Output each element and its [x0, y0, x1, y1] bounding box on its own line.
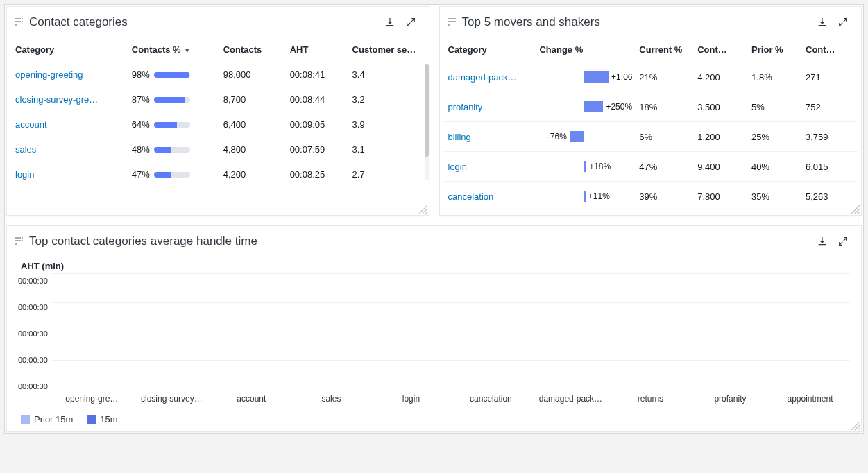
category-link[interactable]: opening-greeting — [10, 62, 126, 87]
table-row: profanity +250% 18% 3,500 5% 752 — [443, 92, 859, 122]
category-link[interactable]: login — [10, 162, 126, 187]
change-pct-cell: +1,067% — [534, 62, 633, 92]
drag-handle-icon[interactable] — [15, 237, 24, 246]
download-button[interactable] — [814, 233, 831, 250]
sentiment-cell: 3.2 — [347, 87, 426, 112]
panel-header: Top 5 movers and shakers — [440, 7, 862, 33]
vertical-scrollbar[interactable] — [425, 64, 429, 180]
table-row: cancelation +11% 39% 7,800 35% 5,263 — [443, 182, 859, 212]
chart-category-label: closing-survey… — [132, 394, 212, 404]
category-link[interactable]: damaged-pack… — [443, 62, 534, 92]
legend-current: 15m — [87, 414, 117, 424]
panel-title: Contact categories — [29, 15, 377, 29]
expand-button[interactable] — [835, 14, 851, 31]
current-pct-cell: 39% — [633, 182, 692, 212]
table-row: account 64% 6,400 00:09:05 3.9 — [10, 112, 426, 137]
chart-category-label: profanity — [690, 394, 770, 404]
expand-button[interactable] — [835, 233, 851, 250]
col-prior-contacts[interactable]: Cont… — [800, 33, 858, 62]
sort-desc-icon: ▼ — [184, 46, 191, 54]
current-contacts-cell: 7,800 — [692, 182, 746, 212]
legend-swatch-current — [87, 415, 96, 424]
panel-contact-categories: Contact categories Category Contacts %▼ … — [6, 6, 429, 216]
prior-pct-cell: 25% — [746, 122, 800, 152]
category-link[interactable]: account — [10, 112, 126, 137]
expand-button[interactable] — [402, 14, 419, 31]
y-tick: 00:00:00 — [18, 382, 48, 390]
dashboard: Contact categories Category Contacts %▼ … — [4, 4, 864, 434]
chart-area: AHT (min) 00:00:0000:00:0000:00:0000:00:… — [7, 252, 861, 431]
prior-pct-cell: 1.8% — [746, 62, 800, 92]
col-category[interactable]: Category — [10, 33, 126, 62]
col-aht[interactable]: AHT — [284, 33, 347, 62]
prior-pct-cell: 5% — [746, 92, 800, 122]
panel-movers-shakers: Top 5 movers and shakers Category Change… — [439, 6, 862, 216]
y-tick: 00:00:00 — [18, 329, 48, 338]
movers-table: Category Change % Current % Cont… Prior … — [443, 33, 859, 211]
category-link[interactable]: cancelation — [443, 182, 534, 212]
chart-category-label: damaged-pack… — [531, 394, 611, 404]
category-link[interactable]: profanity — [443, 92, 534, 122]
chart-category-label: returns — [611, 394, 690, 404]
current-contacts-cell: 9,400 — [692, 152, 746, 182]
category-link[interactable]: closing-survey-gre… — [10, 87, 126, 112]
col-change-pct[interactable]: Change % — [534, 33, 633, 62]
y-tick: 00:00:00 — [18, 277, 48, 285]
table-row: billing -76% 6% 1,200 25% 3,759 — [443, 122, 859, 152]
current-pct-cell: 21% — [633, 62, 692, 92]
col-sentiment[interactable]: Customer sent… — [347, 33, 426, 62]
prior-pct-cell: 40% — [746, 152, 800, 182]
drag-handle-icon[interactable] — [15, 18, 24, 26]
current-pct-cell: 47% — [633, 152, 692, 182]
download-button[interactable] — [814, 14, 831, 31]
aht-cell: 00:07:59 — [284, 137, 347, 162]
col-contacts[interactable]: Contacts — [218, 33, 284, 62]
change-pct-cell: +250% — [534, 92, 633, 122]
categories-table-wrap: Category Contacts %▼ Contacts AHT Custom… — [7, 33, 429, 191]
y-tick: 00:00:00 — [18, 303, 48, 311]
table-row: damaged-pack… +1,067% 21% 4,200 1.8% 271 — [443, 62, 859, 92]
aht-cell: 00:08:44 — [284, 87, 347, 112]
legend-swatch-prior — [21, 415, 30, 424]
prior-contacts-cell: 5,263 — [800, 182, 858, 212]
col-current-pct[interactable]: Current % — [633, 33, 692, 62]
aht-cell: 00:09:05 — [284, 112, 347, 137]
contacts-pct-cell: 64% — [126, 112, 218, 137]
resize-handle-icon[interactable] — [851, 422, 860, 430]
current-contacts-cell: 1,200 — [692, 122, 746, 152]
current-contacts-cell: 4,200 — [692, 62, 746, 92]
category-link[interactable]: login — [443, 152, 534, 182]
col-contacts-pct[interactable]: Contacts %▼ — [126, 33, 218, 62]
resize-handle-icon[interactable] — [851, 205, 860, 214]
chart-category-label: sales — [291, 394, 371, 404]
aht-cell: 00:08:25 — [284, 162, 347, 187]
y-axis-label: AHT (min) — [21, 261, 850, 271]
chart-category-label: appointment — [770, 394, 850, 404]
chart-category-label: opening-gre… — [52, 394, 132, 404]
col-category[interactable]: Category — [443, 33, 534, 62]
resize-handle-icon[interactable] — [419, 205, 427, 214]
prior-contacts-cell: 752 — [800, 92, 858, 122]
table-row: sales 48% 4,800 00:07:59 3.1 — [10, 137, 426, 162]
category-link[interactable]: billing — [443, 122, 534, 152]
sentiment-cell: 3.1 — [347, 137, 426, 162]
category-link[interactable]: sales — [10, 137, 126, 162]
chart-category-label: account — [212, 394, 291, 404]
movers-table-wrap: Category Change % Current % Cont… Prior … — [440, 33, 862, 215]
contacts-pct-cell: 98% — [126, 62, 218, 87]
panel-aht-chart: Top contact categories average handle ti… — [6, 225, 862, 432]
change-pct-cell: +18% — [534, 152, 633, 182]
chart-category-label: login — [371, 394, 451, 404]
legend-prior: Prior 15m — [21, 414, 73, 424]
change-pct-cell: +11% — [534, 182, 633, 212]
prior-contacts-cell: 3,759 — [800, 122, 858, 152]
change-pct-cell: -76% — [534, 122, 633, 152]
col-prior-pct[interactable]: Prior % — [746, 33, 800, 62]
prior-contacts-cell: 271 — [800, 62, 858, 92]
drag-handle-icon[interactable] — [448, 18, 457, 26]
download-button[interactable] — [382, 14, 398, 31]
table-row: closing-survey-gre… 87% 8,700 00:08:44 3… — [10, 87, 426, 112]
sentiment-cell: 3.9 — [347, 112, 426, 137]
col-current-contacts[interactable]: Cont… — [692, 33, 746, 62]
aht-cell: 00:08:41 — [284, 62, 347, 87]
